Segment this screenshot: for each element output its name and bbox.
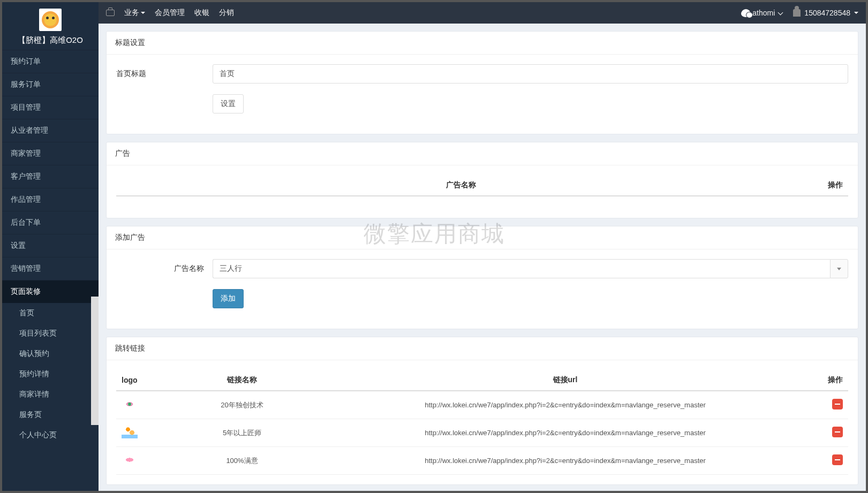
sidebar-header: 【脐橙】高维O2O — [2, 2, 99, 50]
lips-icon — [122, 453, 138, 466]
panel-ads: 广告 广告名称 操作 — [106, 142, 858, 218]
cell-link-url: http://wx.lokei.cn/we7/app/index.php?i=2… — [320, 447, 811, 475]
label-home-title: 首页标题 — [116, 69, 213, 79]
sidebar-item-service-orders[interactable]: 服务订单 — [2, 73, 99, 96]
subnav-item-profile-page[interactable]: 个人中心页 — [2, 425, 99, 445]
subnav-item-confirm-reserve[interactable]: 确认预约 — [2, 344, 99, 364]
th-ad-name: 广告名称 — [116, 175, 805, 196]
sidebar-item-works-mgmt[interactable]: 作品管理 — [2, 188, 99, 211]
sidebar: 【脐橙】高维O2O 预约订单 服务订单 项目管理 从业者管理 商家管理 客户管理… — [2, 2, 99, 491]
sidebar-item-customer-mgmt[interactable]: 客户管理 — [2, 165, 99, 188]
sidebar-item-marketing[interactable]: 营销管理 — [2, 257, 99, 280]
user-icon — [793, 9, 801, 17]
btn-set-title[interactable]: 设置 — [213, 94, 244, 113]
sidebar-item-project-mgmt[interactable]: 项目管理 — [2, 96, 99, 119]
brand-logo — [39, 9, 62, 31]
label-ad-name: 广告名称 — [116, 264, 213, 274]
subnav-item-project-list[interactable]: 项目列表页 — [2, 323, 99, 344]
th-op: 操作 — [811, 370, 848, 391]
cell-link-url: http://wx.lokei.cn/we7/app/index.php?i=2… — [320, 419, 811, 447]
sidebar-item-worker-mgmt[interactable]: 从业者管理 — [2, 119, 99, 142]
sidebar-item-merchant-mgmt[interactable]: 商家管理 — [2, 142, 99, 165]
panel-heading: 跳转链接 — [107, 337, 858, 360]
input-home-title[interactable] — [213, 64, 848, 84]
sidebar-item-backend-order[interactable]: 后台下单 — [2, 211, 99, 234]
th-link-url: 链接url — [320, 370, 811, 391]
panel-heading: 添加广告 — [107, 226, 858, 249]
chevron-down-icon — [778, 10, 783, 15]
cell-link-name: 20年独创技术 — [164, 391, 320, 419]
topbar-member[interactable]: 会员管理 — [155, 8, 185, 18]
topbar-distribution[interactable]: 分销 — [219, 8, 234, 18]
panel-heading: 标题设置 — [107, 32, 858, 55]
massage-icon — [122, 426, 138, 438]
eye-icon — [122, 398, 138, 411]
caret-down-icon — [837, 268, 841, 270]
cell-link-name: 5年以上匠师 — [164, 419, 320, 447]
input-ad-name[interactable] — [213, 259, 830, 278]
sidebar-subnav: 首页 项目列表页 确认预约 预约详情 商家详情 服务页 个人中心页 — [2, 303, 99, 445]
brand-name: 【脐橙】高维O2O — [2, 35, 99, 45]
caret-down-icon — [141, 12, 145, 14]
th-logo: logo — [116, 370, 164, 391]
panel-heading: 广告 — [107, 142, 858, 165]
sidebar-item-reserve-orders[interactable]: 预约订单 — [2, 50, 99, 73]
sidebar-scrollbar[interactable] — [91, 297, 99, 425]
topbar: 业务 会员管理 收银 分销 athomi 15084728548 — [99, 2, 866, 24]
panel-links: 跳转链接 logo 链接名称 链接url 操作 20年独创技术 — [106, 337, 858, 485]
cell-link-url: http://wx.lokei.cn/we7/app/index.php?i=2… — [320, 391, 811, 419]
table-row: 100%满意 http://wx.lokei.cn/we7/app/index.… — [116, 447, 848, 475]
sidebar-item-settings[interactable]: 设置 — [2, 234, 99, 257]
combo-dropdown-btn[interactable] — [830, 259, 848, 278]
ads-table: 广告名称 操作 — [116, 175, 848, 196]
panel-title-settings: 标题设置 首页标题 设置 — [106, 31, 858, 134]
th-link-name: 链接名称 — [164, 370, 320, 391]
subnav-item-reserve-detail[interactable]: 预约详情 — [2, 364, 99, 384]
topbar-checkout[interactable]: 收银 — [194, 8, 209, 18]
btn-add-ad[interactable]: 添加 — [213, 289, 244, 308]
table-row: 20年独创技术 http://wx.lokei.cn/we7/app/index… — [116, 391, 848, 419]
delete-button[interactable] — [832, 454, 843, 465]
caret-down-icon — [854, 12, 858, 14]
topbar-account[interactable]: athomi — [741, 9, 782, 17]
cell-link-name: 100%满意 — [164, 447, 320, 475]
delete-button[interactable] — [832, 399, 843, 409]
subnav-item-service-page[interactable]: 服务页 — [2, 405, 99, 425]
subnav-item-merchant-detail[interactable]: 商家详情 — [2, 384, 99, 405]
delete-button[interactable] — [832, 427, 843, 437]
links-table: logo 链接名称 链接url 操作 20年独创技术 http://wx.lok… — [116, 370, 848, 475]
th-op: 操作 — [805, 175, 848, 196]
subnav-item-home[interactable]: 首页 — [2, 303, 99, 323]
wechat-icon — [741, 9, 751, 17]
briefcase-icon — [106, 10, 115, 16]
panel-add-ad: 添加广告 广告名称 添加 — [106, 226, 858, 329]
topbar-business[interactable]: 业务 — [124, 8, 145, 18]
topbar-phone[interactable]: 15084728548 — [793, 9, 858, 17]
sidebar-item-page-design[interactable]: 页面装修 — [2, 280, 99, 303]
table-row: 5年以上匠师 http://wx.lokei.cn/we7/app/index.… — [116, 419, 848, 447]
